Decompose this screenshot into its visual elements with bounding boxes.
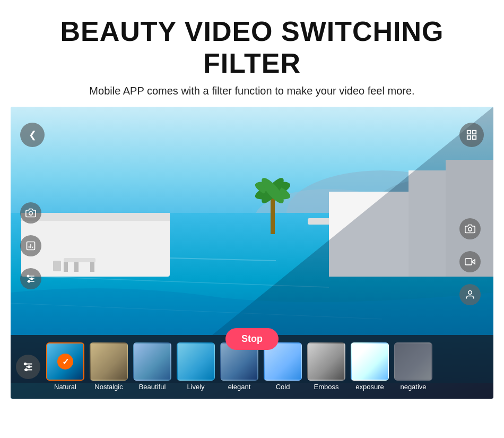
svg-rect-14 bbox=[90, 262, 94, 272]
filter-cold-label: Cold bbox=[276, 383, 290, 391]
page-title: BEAUTY VIDEO SWITCHING FILTER bbox=[11, 16, 493, 80]
left-icons-panel: ❮ bbox=[20, 123, 45, 289]
video-container: ❮ bbox=[11, 107, 493, 399]
filter-lively-thumb bbox=[177, 342, 215, 381]
camera-icon bbox=[25, 208, 36, 218]
svg-point-34 bbox=[27, 275, 29, 277]
person-icon bbox=[465, 289, 475, 300]
svg-point-35 bbox=[31, 278, 32, 279]
filter-negative-label: negative bbox=[400, 383, 426, 391]
right-icons-panel bbox=[459, 123, 484, 305]
person-button[interactable] bbox=[459, 284, 481, 305]
chart-icon bbox=[25, 241, 36, 251]
svg-marker-42 bbox=[472, 259, 475, 263]
filter-nostalgic-label: Nostalgic bbox=[94, 383, 123, 391]
filter-exposure-thumb bbox=[351, 342, 389, 381]
svg-rect-12 bbox=[74, 262, 79, 272]
svg-rect-43 bbox=[465, 259, 472, 265]
chart-button[interactable] bbox=[20, 235, 41, 256]
settings-button[interactable] bbox=[20, 268, 41, 289]
filter-nostalgic-thumb bbox=[90, 342, 128, 381]
filter-emboss-thumb bbox=[307, 342, 345, 381]
grid-button[interactable] bbox=[459, 123, 484, 147]
grid-icon bbox=[466, 129, 477, 141]
svg-point-49 bbox=[28, 366, 30, 368]
filter-natural[interactable]: ✓ Natural bbox=[45, 342, 86, 391]
page-subtitle: Mobile APP comes with a filter function … bbox=[11, 85, 493, 97]
back-icon: ❮ bbox=[29, 129, 37, 141]
filter-emboss-label: Emboss bbox=[314, 383, 339, 391]
svg-rect-37 bbox=[467, 130, 471, 133]
svg-point-50 bbox=[25, 368, 28, 371]
filter-cold[interactable]: Cold bbox=[262, 342, 303, 391]
filter-beautiful[interactable]: Beautiful bbox=[132, 342, 173, 391]
filter-negative-thumb bbox=[394, 342, 432, 381]
filter-emboss[interactable]: Emboss bbox=[306, 342, 347, 391]
filter-natural-label: Natural bbox=[54, 383, 76, 391]
filter-beautiful-label: Beautiful bbox=[139, 383, 166, 391]
stop-button[interactable]: Stop bbox=[225, 328, 279, 350]
video-icon bbox=[465, 256, 475, 267]
filter-exposure[interactable]: exposure bbox=[349, 342, 390, 391]
svg-rect-40 bbox=[473, 135, 476, 139]
filter-settings-icon bbox=[22, 361, 34, 373]
camera-photo-button[interactable] bbox=[20, 202, 41, 224]
page-header: BEAUTY VIDEO SWITCHING FILTER Mobile APP… bbox=[0, 0, 504, 107]
filter-nostalgic[interactable]: Nostalgic bbox=[88, 342, 129, 391]
filter-lively-label: Lively bbox=[187, 383, 204, 391]
filter-exposure-label: exposure bbox=[355, 383, 384, 391]
filter-natural-thumb: ✓ bbox=[46, 342, 84, 381]
filter-beautiful-thumb bbox=[133, 342, 171, 381]
svg-rect-13 bbox=[64, 262, 68, 272]
filter-negative[interactable]: negative bbox=[393, 342, 434, 391]
filter-elegant-label: elegant bbox=[228, 383, 251, 391]
svg-rect-39 bbox=[467, 135, 471, 139]
filter-settings-button[interactable] bbox=[16, 355, 40, 379]
svg-point-36 bbox=[28, 280, 30, 282]
settings-icon bbox=[25, 273, 36, 284]
svg-point-44 bbox=[468, 290, 472, 294]
filter-lively[interactable]: Lively bbox=[175, 342, 216, 391]
filter-elegant[interactable]: elegant bbox=[219, 342, 260, 391]
svg-point-41 bbox=[468, 227, 472, 231]
svg-point-48 bbox=[24, 363, 27, 365]
svg-rect-38 bbox=[473, 130, 476, 133]
svg-rect-11 bbox=[64, 258, 95, 262]
right-camera-icon bbox=[465, 224, 475, 234]
filter-selected-check: ✓ bbox=[57, 354, 73, 370]
svg-rect-10 bbox=[53, 261, 61, 271]
svg-point-29 bbox=[29, 211, 33, 215]
back-button[interactable]: ❮ bbox=[20, 123, 45, 147]
video-button[interactable] bbox=[459, 251, 481, 272]
right-camera-button[interactable] bbox=[459, 218, 481, 239]
